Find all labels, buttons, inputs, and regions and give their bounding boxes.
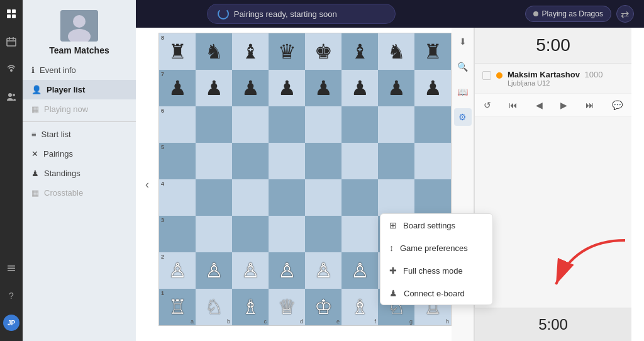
chess-cell-f2[interactable]: ♙ — [341, 252, 378, 289]
chess-cell-d7[interactable]: ♟ — [269, 70, 305, 106]
sidebar-item-standings[interactable]: ♟ Standings — [23, 164, 136, 183]
chess-cell-d8[interactable]: ♛ — [269, 33, 305, 70]
chess-cell-g7[interactable]: ♟ — [378, 70, 414, 106]
dropdown-connect-eboard[interactable]: ♟ Connect e-board — [380, 282, 492, 305]
chess-cell-b7[interactable]: ♟ — [196, 70, 232, 106]
main-area: Pairings ready, starting soon Playing as… — [136, 0, 644, 341]
chess-cell-c3[interactable] — [232, 216, 269, 252]
last-move-button[interactable]: ⏭ — [582, 98, 598, 113]
dropdown-board-settings[interactable]: ⊞ Board settings — [380, 214, 492, 237]
chess-cell-e7[interactable]: ♟ — [305, 70, 341, 106]
chess-cell-c7[interactable]: ♟ — [232, 70, 269, 106]
chess-cell-a8[interactable]: 8♜ — [159, 33, 196, 70]
event-info-icon: ℹ — [31, 65, 35, 75]
chess-cell-b3[interactable] — [196, 216, 232, 252]
chess-cell-b5[interactable] — [196, 143, 232, 179]
dropdown-game-preferences[interactable]: ↕ Game preferences — [380, 237, 492, 259]
dropdown-full-chess-mode[interactable]: ✚ Full chess mode — [380, 259, 492, 282]
sidebar-item-event-info[interactable]: ℹ Event info — [23, 60, 136, 80]
chess-cell-h8[interactable]: ♜ — [414, 33, 451, 70]
full-chess-icon: ✚ — [389, 266, 397, 276]
chess-cell-f6[interactable] — [341, 106, 378, 143]
chess-cell-c4[interactable] — [232, 179, 269, 216]
chess-cell-f3[interactable] — [341, 216, 378, 252]
chess-cell-g5[interactable] — [378, 143, 414, 179]
chess-cell-g6[interactable] — [378, 106, 414, 143]
sidebar-item-player-list[interactable]: 👤 Player list — [23, 80, 136, 99]
chess-cell-d4[interactable] — [269, 179, 305, 216]
next-move-button[interactable]: ▶ — [557, 98, 571, 113]
chess-cell-b8[interactable]: ♞ — [196, 33, 232, 70]
board-nav-left[interactable]: ‹ — [136, 28, 158, 341]
swap-icon[interactable]: ⇄ — [616, 5, 634, 23]
start-list-icon: ≡ — [31, 130, 36, 139]
nav-settings-icon[interactable] — [3, 259, 20, 277]
player-list-icon: 👤 — [31, 85, 42, 94]
chess-cell-f4[interactable] — [341, 179, 378, 216]
nav-people-icon[interactable] — [3, 88, 20, 106]
chess-cell-h5[interactable] — [414, 143, 451, 179]
chess-cell-c6[interactable] — [232, 106, 269, 143]
playing-badge: Playing as Dragos — [525, 6, 611, 22]
chess-cell-c1[interactable]: c♗ — [232, 289, 269, 325]
chat-icon[interactable]: 💬 — [608, 98, 626, 113]
connect-eboard-icon: ♟ — [389, 288, 397, 298]
player-checkbox[interactable] — [482, 71, 491, 80]
svg-rect-2 — [7, 14, 11, 18]
chess-cell-a1[interactable]: 1a♖ — [159, 289, 196, 325]
chess-cell-f7[interactable]: ♟ — [341, 70, 378, 106]
chess-cell-d3[interactable] — [269, 216, 305, 252]
nav-question-icon[interactable]: ? — [3, 287, 20, 305]
sidebar-item-pairings[interactable]: ✕ Pairings — [23, 144, 136, 164]
user-avatar[interactable]: JP — [3, 315, 19, 331]
nav-events-icon[interactable] — [3, 5, 20, 23]
chess-cell-e8[interactable]: ♚ — [305, 33, 341, 70]
chess-cell-a2[interactable]: 2♙ — [159, 252, 196, 289]
chess-cell-e1[interactable]: e♔ — [305, 289, 341, 325]
chess-cell-h4[interactable] — [414, 179, 451, 216]
chess-cell-e4[interactable] — [305, 179, 341, 216]
sidebar-item-start-list[interactable]: ≡ Start list — [23, 125, 136, 144]
chess-cell-d6[interactable] — [269, 106, 305, 143]
nav-calendar-icon[interactable] — [3, 33, 20, 50]
status-bar: Pairings ready, starting soon — [207, 4, 396, 24]
chess-cell-g8[interactable]: ♞ — [378, 33, 414, 70]
svg-rect-1 — [12, 9, 16, 13]
chess-cell-c5[interactable] — [232, 143, 269, 179]
replay-icon[interactable]: ↺ — [480, 98, 495, 113]
chess-cell-h7[interactable]: ♟ — [414, 70, 451, 106]
chess-cell-b6[interactable] — [196, 106, 232, 143]
settings-gear-icon[interactable]: ⚙ — [454, 108, 472, 126]
chess-cell-d2[interactable]: ♙ — [269, 252, 305, 289]
chess-cell-a4[interactable]: 4 — [159, 179, 196, 216]
chess-cell-d1[interactable]: d♕ — [269, 289, 305, 325]
chess-cell-c2[interactable]: ♙ — [232, 252, 269, 289]
download-icon[interactable]: ⬇ — [454, 33, 472, 50]
chess-cell-a6[interactable]: 6 — [159, 106, 196, 143]
nav-broadcast-icon[interactable] — [3, 60, 20, 78]
chess-cell-c8[interactable]: ♝ — [232, 33, 269, 70]
dropdown-menu: ⊞ Board settings ↕ Game preferences ✚ Fu… — [380, 213, 493, 305]
chess-cell-e6[interactable] — [305, 106, 341, 143]
chess-cell-e2[interactable]: ♙ — [305, 252, 341, 289]
chess-cell-b2[interactable]: ♙ — [196, 252, 232, 289]
chess-cell-g4[interactable] — [378, 179, 414, 216]
chess-cell-a7[interactable]: 7♟ — [159, 70, 196, 106]
chess-cell-e3[interactable] — [305, 216, 341, 252]
chess-cell-f1[interactable]: f♗ — [341, 289, 378, 325]
sidebar-item-crosstable: ▦ Crosstable — [23, 183, 136, 203]
chess-cell-b4[interactable] — [196, 179, 232, 216]
dropdown-label: Connect e-board — [404, 289, 465, 298]
book-icon[interactable]: 📖 — [454, 83, 472, 101]
chess-cell-a5[interactable]: 5 — [159, 143, 196, 179]
prev-move-button[interactable]: ◀ — [532, 98, 547, 113]
chess-cell-h6[interactable] — [414, 106, 451, 143]
chess-cell-f8[interactable]: ♝ — [341, 33, 378, 70]
chess-cell-a3[interactable]: 3 — [159, 216, 196, 252]
first-move-button[interactable]: ⏮ — [505, 98, 521, 113]
chess-cell-d5[interactable] — [269, 143, 305, 179]
chess-cell-b1[interactable]: b♘ — [196, 289, 232, 325]
analysis-icon[interactable]: 🔍 — [454, 58, 472, 75]
chess-cell-f5[interactable] — [341, 143, 378, 179]
chess-cell-e5[interactable] — [305, 143, 341, 179]
